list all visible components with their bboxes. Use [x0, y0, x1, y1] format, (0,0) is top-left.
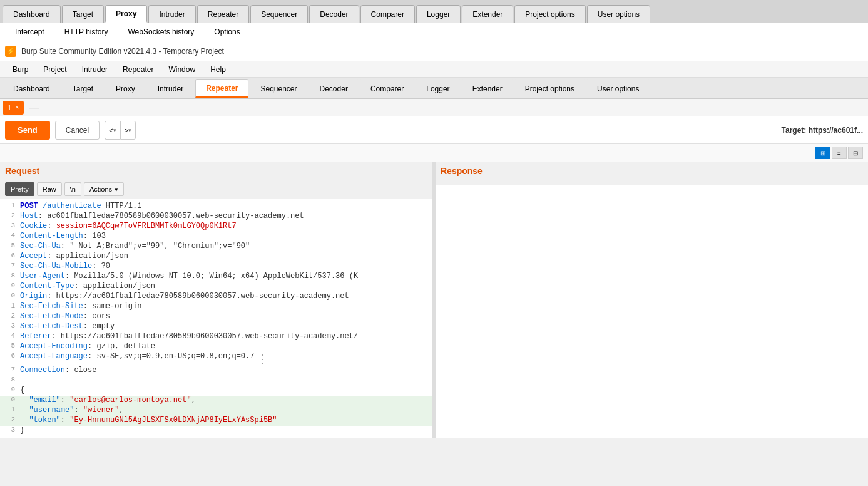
request-line-7: 7 Sec-Ch-Ua-Mobile: ?0	[0, 262, 432, 272]
request-content: 1 POST /authenticate HTTP/1.1 2 Host: ac…	[0, 199, 432, 438]
request-line-1: 1 POST /authenticate HTTP/1.1	[0, 202, 432, 212]
repeater-tab-label: 1	[8, 104, 11, 111]
forward-dropdown-icon[interactable]: ▾	[128, 127, 131, 133]
menu-burp[interactable]: Burp	[5, 63, 36, 76]
main-tab-proxy[interactable]: Proxy	[105, 79, 146, 98]
repeater-tab-close[interactable]: ×	[15, 104, 19, 111]
browser-tab-project-options[interactable]: Project options	[514, 5, 585, 23]
browser-tab-comparer[interactable]: Comparer	[360, 5, 415, 23]
menu-help[interactable]: Help	[203, 63, 233, 76]
response-content	[436, 185, 868, 438]
browser-tab-target[interactable]: Target	[62, 5, 104, 23]
response-panel: Response	[436, 162, 868, 438]
actions-chevron-icon: ▾	[115, 185, 118, 194]
request-actions-btn[interactable]: Actions ▾	[84, 182, 124, 196]
request-line-9: 9 Content-Type: application/json	[0, 282, 432, 292]
back-dropdown-icon[interactable]: ▾	[113, 127, 116, 133]
request-line-12: 2 Sec-Fetch-Mode: cors	[0, 312, 432, 322]
menu-bar: Burp Project Intruder Repeater Window He…	[0, 61, 868, 78]
browser-tab-bar: Dashboard Target Proxy Intruder Repeater…	[0, 0, 868, 23]
request-line-22: 2 "token": "Ey-HnnumuGNl5AgJLSXFSx0LDXNj…	[0, 416, 432, 426]
sub-tab-http-history[interactable]: HTTP history	[54, 24, 118, 41]
sub-tab-options[interactable]: Options	[204, 24, 250, 41]
burp-icon: ⚡	[5, 46, 16, 57]
request-line-19: 9 {	[0, 386, 432, 396]
sub-tab-intercept[interactable]: Intercept	[5, 24, 54, 41]
layout-controls: ⊞ ≡ ⊟	[0, 144, 868, 162]
layout-stacked-icon: ≡	[837, 150, 841, 157]
main-tab-repeater[interactable]: Repeater	[195, 79, 248, 98]
title-bar: ⚡ Burp Suite Community Edition v2021.4.3…	[0, 41, 868, 61]
request-line-14: 4 Referer: https://ac601fbalfledae780589…	[0, 332, 432, 342]
request-line-18: 8	[0, 376, 432, 386]
main-tab-sequencer[interactable]: Sequencer	[250, 79, 307, 98]
menu-repeater[interactable]: Repeater	[115, 63, 161, 76]
response-panel-toolbar	[436, 180, 868, 185]
main-tab-project-options[interactable]: Project options	[514, 79, 585, 98]
toolbar: Send Cancel < ▾ > ▾ Target: https://ac60…	[0, 116, 868, 144]
repeater-tab-strip: 1 × —	[0, 99, 868, 116]
layout-side-by-side-icon: ⊞	[820, 150, 825, 157]
send-button[interactable]: Send	[5, 121, 50, 140]
target-label: Target: https://ac601f...	[782, 126, 863, 135]
request-line-13: 3 Sec-Fetch-Dest: empty	[0, 322, 432, 332]
layout-horizontal-btn[interactable]: ⊞	[815, 147, 830, 159]
sub-tab-bar: Intercept HTTP history WebSockets histor…	[0, 23, 868, 41]
browser-tab-sequencer[interactable]: Sequencer	[250, 5, 308, 23]
request-line-5: 5 Sec-Ch-Ua: " Not A;Brand";v="99", "Chr…	[0, 242, 432, 252]
menu-window[interactable]: Window	[161, 63, 203, 76]
panels: Request Pretty Raw \n Actions ▾ 1 POST /…	[0, 162, 868, 438]
request-line-6: 6 Accept: application/json	[0, 252, 432, 262]
request-panel: Request Pretty Raw \n Actions ▾ 1 POST /…	[0, 162, 433, 438]
menu-intruder[interactable]: Intruder	[74, 63, 115, 76]
main-tab-target[interactable]: Target	[62, 79, 104, 98]
request-line-20: 0 "email": "carlos@carlos-montoya.net",	[0, 396, 432, 406]
sub-tab-websockets-history[interactable]: WebSockets history	[118, 24, 205, 41]
browser-tab-repeater[interactable]: Repeater	[197, 5, 249, 23]
repeater-tab-1[interactable]: 1 ×	[3, 101, 24, 115]
repeater-tab-minimize[interactable]: —	[29, 102, 39, 113]
request-raw-btn[interactable]: Raw	[37, 182, 62, 196]
main-tab-comparer[interactable]: Comparer	[360, 79, 414, 98]
browser-tab-extender[interactable]: Extender	[462, 5, 513, 23]
request-line-16: 6 Accept-Language: sv-SE,sv;q=0.9,en-US;…	[0, 352, 432, 366]
layout-single-btn[interactable]: ⊟	[848, 147, 863, 159]
request-line-4: 4 Content-Length: 103	[0, 232, 432, 242]
request-line-10: 0 Origin: https://ac601fbalfledae780589b…	[0, 292, 432, 302]
forward-button[interactable]: > ▾	[120, 121, 136, 140]
request-line-23: 3 }	[0, 426, 432, 436]
main-tab-decoder[interactable]: Decoder	[309, 79, 359, 98]
main-tab-bar: Dashboard Target Proxy Intruder Repeater…	[0, 78, 868, 99]
menu-project[interactable]: Project	[36, 63, 74, 76]
request-pretty-btn[interactable]: Pretty	[5, 182, 34, 196]
back-button[interactable]: < ▾	[105, 121, 120, 140]
request-line-17: 7 Connection: close	[0, 366, 432, 376]
request-line-3: 3 Cookie: session=6AQCqw7ToVFRLBMMTk0mLG…	[0, 222, 432, 232]
title-text: Burp Suite Community Edition v2021.4.3 -…	[21, 47, 224, 56]
browser-tab-logger[interactable]: Logger	[416, 5, 461, 23]
layout-single-icon: ⊟	[853, 150, 858, 157]
request-line-11: 1 Sec-Fetch-Site: same-origin	[0, 302, 432, 312]
main-tab-dashboard[interactable]: Dashboard	[3, 79, 61, 98]
layout-stacked-btn[interactable]: ≡	[832, 147, 847, 159]
request-newline-btn[interactable]: \n	[64, 182, 81, 196]
main-tab-extender[interactable]: Extender	[462, 79, 513, 98]
nav-button-group: < ▾ > ▾	[105, 121, 136, 140]
request-line-15: 5 Accept-Encoding: gzip, deflate	[0, 342, 432, 352]
request-line-21: 1 "username": "wiener",	[0, 406, 432, 416]
main-tab-user-options[interactable]: User options	[586, 79, 650, 98]
request-panel-toolbar: Pretty Raw \n Actions ▾	[0, 180, 432, 199]
main-tab-logger[interactable]: Logger	[416, 79, 460, 98]
browser-tab-user-options[interactable]: User options	[587, 5, 650, 23]
browser-tab-decoder[interactable]: Decoder	[309, 5, 359, 23]
cancel-button[interactable]: Cancel	[55, 121, 100, 140]
request-line-8: 8 User-Agent: Mozilla/5.0 (Windows NT 10…	[0, 272, 432, 282]
request-line-2: 2 Host: ac601fbalfledae780589b0600030057…	[0, 212, 432, 222]
browser-tab-dashboard[interactable]: Dashboard	[3, 5, 61, 23]
response-panel-header: Response	[436, 162, 868, 180]
request-panel-header: Request	[0, 162, 432, 180]
context-menu-dots[interactable]: ⋮	[254, 352, 270, 366]
browser-tab-proxy[interactable]: Proxy	[105, 5, 147, 23]
main-tab-intruder[interactable]: Intruder	[147, 79, 194, 98]
browser-tab-intruder[interactable]: Intruder	[148, 5, 195, 23]
